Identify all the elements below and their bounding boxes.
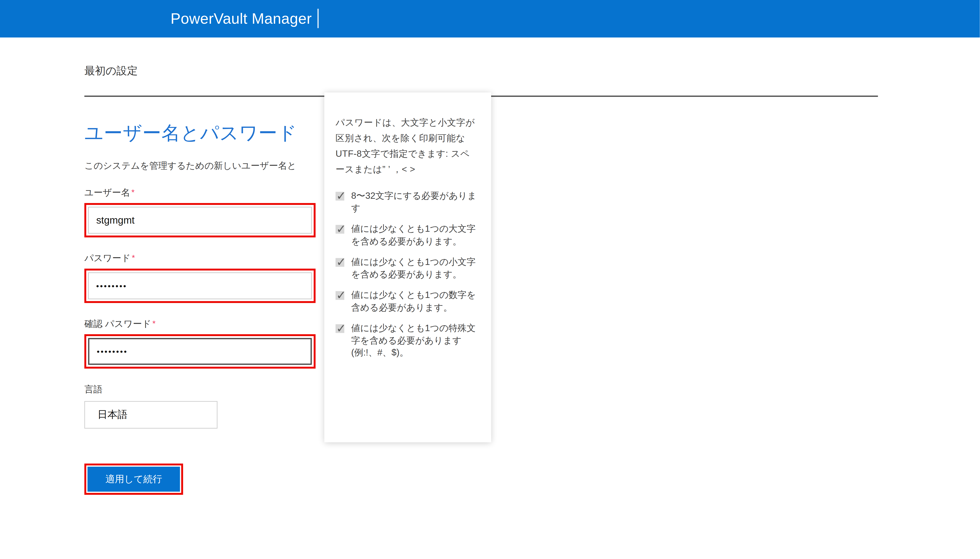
password-rule-item: ✓ 値には少なくとも1つの特殊文字を含める必要があります(例:!、#、$)。	[336, 322, 478, 359]
language-select[interactable]: 日本語	[84, 401, 217, 429]
username-field-block: ユーザー名*	[84, 187, 980, 237]
rule-text: 8〜32文字にする必要があります	[351, 190, 478, 214]
password-label-text: パスワード	[84, 253, 130, 263]
confirm-password-input[interactable]	[88, 338, 312, 365]
rule-text: 値には少なくとも1つの小文字を含める必要があります。	[351, 256, 478, 281]
app-title: PowerVault Manager	[171, 10, 312, 27]
password-input[interactable]	[88, 272, 312, 299]
checkmark-icon: ✓	[336, 324, 346, 333]
tooltip-intro-text: パスワードは、大文字と小文字が区別され、次を除く印刷可能なUTF-8文字で指定で…	[336, 115, 478, 177]
language-field-block: 言語 日本語	[84, 384, 980, 428]
password-rule-item: ✓ 値には少なくとも1つの小文字を含める必要があります。	[336, 256, 478, 281]
rule-text: 値には少なくとも1つの特殊文字を含める必要があります(例:!、#、$)。	[351, 322, 478, 359]
confirm-password-highlight-box	[84, 334, 315, 369]
checked-checkbox-icon: ✓	[336, 192, 344, 200]
page-title: 最初の設定	[84, 64, 980, 78]
password-field-block: パスワード*	[84, 252, 980, 303]
password-requirements-tooltip: パスワードは、大文字と小文字が区別され、次を除く印刷可能なUTF-8文字で指定で…	[324, 93, 492, 442]
rule-text: 値には少なくとも1つの大文字を含める必要があります。	[351, 223, 478, 247]
required-asterisk: *	[152, 319, 156, 328]
username-highlight-box	[84, 203, 315, 237]
checkmark-icon: ✓	[336, 291, 346, 300]
checked-checkbox-icon: ✓	[336, 225, 344, 234]
username-label-text: ユーザー名	[84, 187, 130, 197]
password-rule-item: ✓ 値には少なくとも1つの数字を含める必要があります。	[336, 289, 478, 314]
password-highlight-box	[84, 268, 315, 303]
language-label: 言語	[84, 384, 980, 395]
section-heading: ユーザー名とパスワード	[84, 121, 980, 146]
confirm-password-label: 確認 パスワード*	[84, 318, 980, 330]
checked-checkbox-icon: ✓	[336, 324, 344, 333]
app-header: PowerVault Manager	[0, 0, 980, 38]
confirm-password-field-block: 確認 パスワード*	[84, 318, 980, 369]
language-selected-value: 日本語	[98, 408, 127, 422]
apply-button-highlight-box: 適用して続行	[84, 463, 183, 495]
checkmark-icon: ✓	[336, 192, 346, 200]
password-rule-list: ✓ 8〜32文字にする必要があります ✓ 値には少なくとも1つの大文字を含める必…	[336, 190, 478, 359]
page: PowerVault Manager 最初の設定 ユーザー名とパスワード このシ…	[0, 0, 980, 559]
confirm-password-label-text: 確認 パスワード	[84, 319, 151, 329]
password-rule-item: ✓ 8〜32文字にする必要があります	[336, 190, 478, 214]
username-label: ユーザー名*	[84, 187, 980, 199]
checkmark-icon: ✓	[336, 225, 346, 234]
apply-button[interactable]: 適用して続行	[88, 466, 180, 492]
header-title-divider	[318, 8, 319, 28]
password-rule-item: ✓ 値には少なくとも1つの大文字を含める必要があります。	[336, 223, 478, 247]
checked-checkbox-icon: ✓	[336, 291, 344, 300]
required-asterisk: *	[132, 253, 135, 262]
required-asterisk: *	[131, 187, 134, 197]
checked-checkbox-icon: ✓	[336, 258, 344, 267]
checkmark-icon: ✓	[336, 258, 346, 267]
rule-text: 値には少なくとも1つの数字を含める必要があります。	[351, 289, 478, 314]
section-description: このシステムを管理するための新しいユーザー名と	[84, 160, 347, 172]
username-input[interactable]	[88, 207, 312, 234]
password-label: パスワード*	[84, 252, 980, 264]
